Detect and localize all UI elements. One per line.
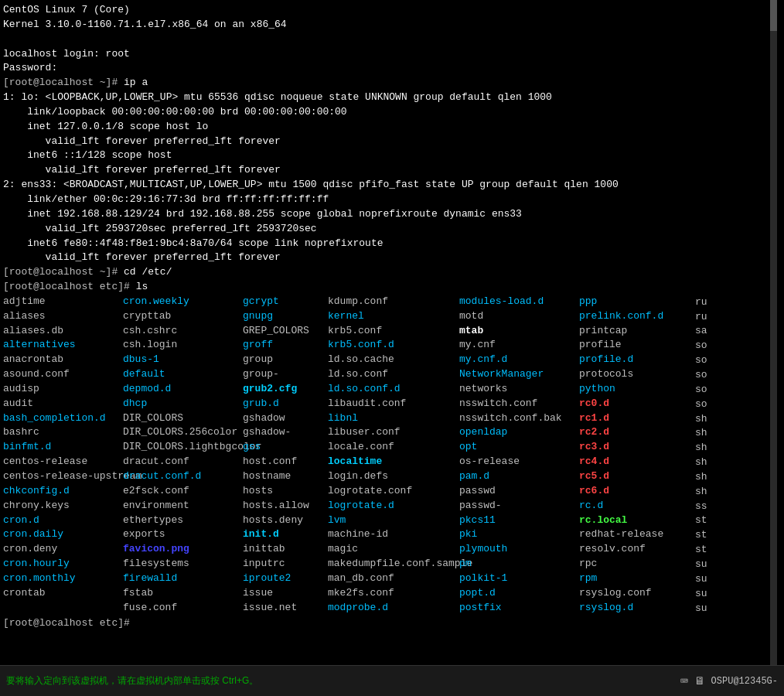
file-cell: logrotate.d [328, 499, 459, 513]
file-cell: default [123, 367, 243, 382]
file-cell: networks [459, 382, 579, 397]
file-cell: fstab [123, 586, 243, 601]
file-cell: krb5.conf.d [328, 338, 459, 353]
file-cell: cron.deny [3, 542, 123, 557]
file-cell: chkconfig.d [3, 484, 123, 499]
file-cell: DIR_COLORS.256color [123, 425, 243, 440]
file-cell: aliases [3, 309, 123, 324]
file-cell: my.cnf [459, 338, 579, 353]
file-cell: rpc [579, 557, 695, 571]
file-cell: plymouth [459, 542, 579, 557]
file-cell-extra: su [695, 571, 774, 586]
file-cell: centos-release-upstream [3, 469, 123, 484]
file-cell: GREP_COLORS [243, 324, 328, 339]
file-cell-extra: st [695, 542, 774, 557]
line-cmd-cd: [root@localhost ~]# cd /etc/ [3, 265, 774, 280]
file-cell: ld.so.conf [328, 367, 459, 382]
scrollbar[interactable] [770, 0, 777, 665]
line-lo-valid1: valid_lft forever preferred_lft forever [3, 135, 774, 149]
file-cell: gshadow- [243, 425, 328, 440]
file-cell: chrony.keys [3, 499, 123, 513]
line-lo-inet: inet 127.0.0.1/8 scope host lo [3, 120, 774, 135]
file-cell: ld.so.conf.d [328, 382, 459, 397]
file-cell: iproute2 [243, 571, 328, 586]
file-cell: gss [243, 440, 328, 455]
file-cell: kdump.conf [328, 295, 459, 309]
file-cell: logrotate.conf [328, 484, 459, 499]
file-cell: polkit-1 [459, 571, 579, 586]
scrollbar-thumb[interactable] [770, 0, 777, 31]
line-lo-valid2: valid_lft forever preferred_lft forever [3, 163, 774, 178]
file-cell: profile [579, 338, 695, 353]
file-cell: locale.conf [328, 440, 459, 455]
file-cell: rpm [579, 571, 695, 586]
file-cell: rc3.d [579, 440, 695, 455]
file-cell: issue.net [243, 601, 328, 616]
status-right: ⌨ 🖥 OSPU@12345G- [680, 674, 778, 689]
file-cell: centos-release [3, 455, 123, 469]
file-cell: passwd [459, 484, 579, 499]
file-cell: hosts [243, 484, 328, 499]
network-icon: 🖥 [694, 675, 705, 687]
file-cell: cron.monthly [3, 571, 123, 586]
line-lo-link: link/loopback 00:00:00:00:00:00 brd 00:0… [3, 105, 774, 120]
file-cell [3, 601, 123, 616]
file-cell-extra: su [695, 586, 774, 601]
line-ens33-valid2: valid_lft forever preferred_lft forever [3, 251, 774, 265]
file-cell: dracut.conf [123, 455, 243, 469]
line-cmd-ls: [root@localhost etc]# ls [3, 280, 774, 295]
file-cell: crypttab [123, 309, 243, 324]
file-cell: libnl [328, 411, 459, 426]
file-cell-extra: so [695, 367, 774, 382]
file-cell: resolv.conf [579, 542, 695, 557]
line-login: localhost login: root [3, 47, 774, 62]
file-cell: hostname [243, 469, 328, 484]
file-cell: group [243, 353, 328, 367]
file-cell-extra: so [695, 382, 774, 397]
file-cell: crontab [3, 586, 123, 601]
file-cell-extra: st [695, 527, 774, 542]
file-cell: rsyslog.conf [579, 586, 695, 601]
line-final-prompt: [root@localhost etc]# [3, 616, 774, 631]
file-cell: popt.d [459, 586, 579, 601]
file-cell: audit [3, 397, 123, 411]
file-cell: ld.so.cache [328, 353, 459, 367]
file-cell: asound.conf [3, 367, 123, 382]
file-cell: aliases.db [3, 324, 123, 339]
file-cell: profile.d [579, 353, 695, 367]
file-cell: rsyslog.d [579, 601, 695, 616]
line-ens33-inet: inet 192.168.88.129/24 brd 192.168.88.25… [3, 207, 774, 222]
file-cell-extra: so [695, 397, 774, 411]
file-cell-extra: sh [695, 411, 774, 426]
line-kernel: Kernel 3.10.0-1160.71.1.el7.x86_64 on an… [3, 18, 774, 32]
status-user: OSPU@12345G- [711, 676, 778, 687]
file-cell: NetworkManager [459, 367, 579, 382]
file-cell: DIR_COLORS [123, 411, 243, 426]
line-password: Password: [3, 61, 774, 76]
file-cell: krb5.conf [328, 324, 459, 339]
file-cell: group- [243, 367, 328, 382]
file-cell: cron.weekly [123, 295, 243, 309]
file-cell: pki [459, 527, 579, 542]
file-cell: nsswitch.conf [459, 397, 579, 411]
line-ens33-link: link/ether 00:0c:29:16:77:3d brd ff:ff:f… [3, 193, 774, 207]
file-cell: rc5.d [579, 469, 695, 484]
file-cell: lvm [328, 513, 459, 528]
file-cell: motd [459, 309, 579, 324]
file-cell: libuser.conf [328, 425, 459, 440]
file-cell-extra: so [695, 353, 774, 367]
file-cell: prelink.conf.d [579, 309, 695, 324]
file-cell: passwd- [459, 499, 579, 513]
file-cell-extra: ru [695, 295, 774, 309]
file-cell: inputrc [243, 557, 328, 571]
file-cell-extra: sh [695, 469, 774, 484]
file-cell: firewalld [123, 571, 243, 586]
file-cell: mtab [459, 324, 579, 339]
line-ens33-valid1: valid_lft 2593720sec preferred_lft 25937… [3, 222, 774, 237]
file-cell: ethertypes [123, 513, 243, 528]
file-cell: environment [123, 499, 243, 513]
file-cell: printcap [579, 324, 695, 339]
status-hint: 要将输入定向到该虚拟机，请在虚拟机内部单击或按 Ctrl+G。 [6, 674, 258, 687]
file-cell: dbus-1 [123, 353, 243, 367]
file-cell: libaudit.conf [328, 397, 459, 411]
